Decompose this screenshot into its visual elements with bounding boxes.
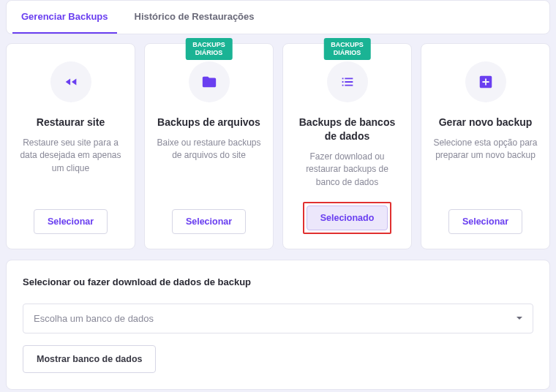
tab-bar: Gerenciar Backups Histórico de Restauraç…: [6, 0, 550, 34]
select-placeholder: Escolha um banco de dados: [34, 313, 154, 324]
database-select[interactable]: Escolha um banco de dados: [23, 304, 533, 333]
card-title: Backups de bancos de dados: [293, 116, 401, 143]
card-title: Gerar novo backup: [439, 116, 533, 129]
selected-button[interactable]: Selecionado: [307, 206, 388, 230]
daily-backups-badge: BACKUPS DIÁRIOS: [185, 38, 233, 60]
card-desc: Baixe ou restaure backups de arquivos do…: [155, 137, 263, 196]
chevron-down-icon: [516, 317, 522, 320]
panel-title: Selecionar ou fazer download de dados de…: [23, 276, 533, 287]
card-file-backups: BACKUPS DIÁRIOS Backups de arquivos Baix…: [144, 43, 274, 249]
list-icon: [327, 61, 368, 102]
rewind-icon: [50, 61, 91, 102]
select-button[interactable]: Selecionar: [448, 209, 522, 234]
select-button[interactable]: Selecionar: [34, 209, 108, 234]
card-title: Backups de arquivos: [157, 116, 260, 129]
daily-backups-badge: BACKUPS DIÁRIOS: [323, 38, 371, 60]
download-panel: Selecionar ou fazer download de dados de…: [6, 260, 550, 390]
tab-restore-history[interactable]: Histórico de Restaurações: [126, 1, 263, 34]
folder-icon: [189, 61, 230, 102]
selected-highlight: Selecionado: [303, 202, 392, 234]
card-title: Restaurar site: [37, 116, 105, 129]
card-desc: Restaure seu site para a data desejada e…: [17, 137, 124, 196]
cards-row: Restaurar site Restaure seu site para a …: [6, 43, 550, 249]
card-restore-site: Restaurar site Restaure seu site para a …: [6, 43, 135, 249]
tab-manage-backups[interactable]: Gerenciar Backups: [12, 1, 117, 34]
card-desc: Selecione esta opção para preparar um no…: [432, 137, 539, 196]
card-desc: Fazer download ou restaurar backups de b…: [293, 151, 401, 189]
card-db-backups: BACKUPS DIÁRIOS Backups de bancos de dad…: [282, 43, 412, 249]
add-file-icon: [465, 61, 506, 102]
show-database-button[interactable]: Mostrar banco de dados: [23, 345, 156, 373]
card-new-backup: Gerar novo backup Selecione esta opção p…: [421, 43, 550, 249]
select-button[interactable]: Selecionar: [172, 209, 246, 234]
